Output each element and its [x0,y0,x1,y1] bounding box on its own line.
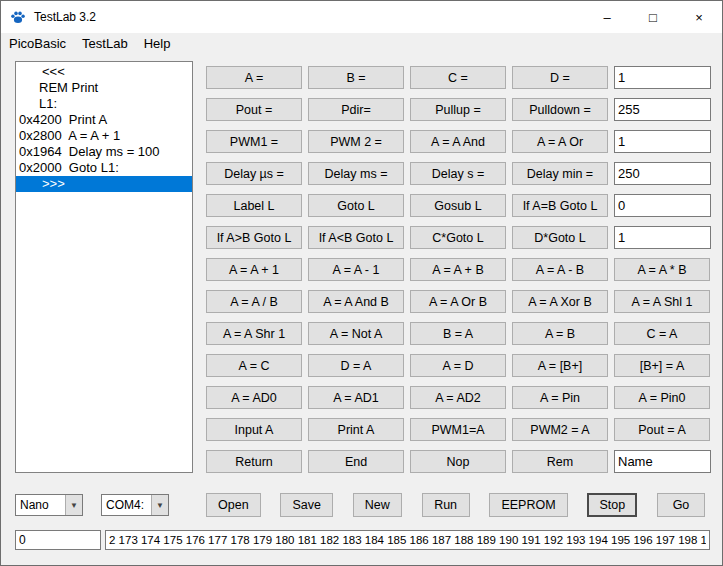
menu-testlab[interactable]: TestLab [74,33,136,55]
chevron-down-icon[interactable]: ▼ [151,495,168,515]
maximize-icon[interactable]: □ [630,1,676,33]
cmd-c-goto-l-button[interactable]: C*Goto L [410,226,506,249]
menu-picobasic[interactable]: PicoBasic [1,33,74,55]
cmd-a-a-1-button[interactable]: A = A + 1 [206,258,302,281]
cmd-rem-button[interactable]: Rem [512,450,608,473]
save-button[interactable]: Save [280,493,333,517]
titlebar: TestLab 3.2 – □ × [1,1,722,33]
cmd-a-pin-button[interactable]: A = Pin [512,386,608,409]
cmd-a-a-shr-1-button[interactable]: A = A Shr 1 [206,322,302,345]
cmd-a-d-button[interactable]: A = D [410,354,506,377]
new-button[interactable]: New [353,493,402,517]
open-button[interactable]: Open [206,493,261,517]
cmd-c-button[interactable]: C = [410,66,506,89]
app-window: TestLab 3.2 – □ × PicoBasicTestLabHelp <… [0,0,723,566]
cmd-a-a-xor-b-button[interactable]: A = A Xor B [512,290,608,313]
grid-row: A = AD0A = AD1A = AD2A = PinA = Pin0 [206,386,716,409]
cmd-gosub-l-button[interactable]: Gosub L [410,194,506,217]
cmd-a-a-shl-1-button[interactable]: A = A Shl 1 [614,290,710,313]
eeprom-button[interactable]: EEPROM [489,493,567,517]
param-field-row6[interactable] [614,226,711,249]
cmd-a-a-1-button[interactable]: A = A - 1 [308,258,404,281]
cmd-pout-a-button[interactable]: Pout = A [614,418,710,441]
cmd-a-a-and-button[interactable]: A = A And [410,130,506,153]
chevron-down-icon[interactable]: ▼ [65,495,82,515]
cmd-a-a-b-button[interactable]: A = A * B [614,258,710,281]
cmd-goto-l-button[interactable]: Goto L [308,194,404,217]
cmd-pulldown-button[interactable]: Pulldown = [512,98,608,121]
status-field[interactable] [15,530,101,550]
cmd-a-a-or-button[interactable]: A = A Or [512,130,608,153]
cmd-a-a-b-button[interactable]: A = A + B [410,258,506,281]
serial-data-field[interactable] [105,530,710,550]
port-combo[interactable]: COM4: ▼ [101,494,169,516]
grid-row: Delay µs =Delay ms =Delay s =Delay min = [206,162,716,185]
cmd-nop-button[interactable]: Nop [410,450,506,473]
cmd-b-a-button[interactable]: B = A [410,322,506,345]
cmd-end-button[interactable]: End [308,450,404,473]
cmd-return-button[interactable]: Return [206,450,302,473]
cmd-pout-button[interactable]: Pout = [206,98,302,121]
menubar: PicoBasicTestLabHelp [1,33,722,55]
cmd-a-ad2-button[interactable]: A = AD2 [410,386,506,409]
param-field-row5[interactable] [614,194,711,217]
cmd-a-pin0-button[interactable]: A = Pin0 [614,386,710,409]
listing-line[interactable]: 0x2800 A = A + 1 [16,128,192,144]
listing-line[interactable]: 0x2000 Goto L1: [16,160,192,176]
cmd-label-l-button[interactable]: Label L [206,194,302,217]
cmd-a-button[interactable]: A = [206,66,302,89]
cmd-a-a-and-b-button[interactable]: A = A And B [308,290,404,313]
menu-help[interactable]: Help [136,33,179,55]
cmd-pwm1-button[interactable]: PWM1 = [206,130,302,153]
param-field-row2[interactable] [614,98,711,121]
cmd-if-a-b-goto-l-button[interactable]: If A=B Goto L [512,194,608,217]
param-field-row4[interactable] [614,162,711,185]
cmd-a-a-or-b-button[interactable]: A = A Or B [410,290,506,313]
cmd-a-ad0-button[interactable]: A = AD0 [206,386,302,409]
cmd-input-a-button[interactable]: Input A [206,418,302,441]
program-listing[interactable]: <<<REM PrintL1:0x4200 Print A0x2800 A = … [15,61,193,473]
minimize-icon[interactable]: – [584,1,630,33]
param-field-row3[interactable] [614,130,711,153]
cmd-d-button[interactable]: D = [512,66,608,89]
listing-line[interactable]: >>> [16,176,192,192]
cmd-b-button[interactable]: B = [308,66,404,89]
cmd-pwm1-a-button[interactable]: PWM1=A [410,418,506,441]
cmd-delay-ms-button[interactable]: Delay ms = [308,162,404,185]
listing-line[interactable]: REM Print [16,80,192,96]
listing-line[interactable]: L1: [16,96,192,112]
cmd-b-a-button[interactable]: [B+] = A [614,354,710,377]
cmd-a-c-button[interactable]: A = C [206,354,302,377]
close-icon[interactable]: × [676,1,722,33]
cmd-delay-s-button[interactable]: Delay µs = [206,162,302,185]
go-button[interactable]: Go [657,493,705,517]
cmd-d-a-button[interactable]: D = A [308,354,404,377]
stop-button[interactable]: Stop [587,493,637,517]
cmd-print-a-button[interactable]: Print A [308,418,404,441]
cmd-d-goto-l-button[interactable]: D*Goto L [512,226,608,249]
cmd-if-a-b-goto-l-button[interactable]: If A<B Goto L [308,226,404,249]
listing-line[interactable]: 0x1964 Delay ms = 100 [16,144,192,160]
cmd-a-not-a-button[interactable]: A = Not A [308,322,404,345]
cmd-a-ad1-button[interactable]: A = AD1 [308,386,404,409]
cmd-delay-min-button[interactable]: Delay min = [512,162,608,185]
action-button-row: OpenSaveNewRunEEPROMStopGo [206,493,705,517]
listing-line[interactable]: <<< [16,64,192,80]
device-combo[interactable]: Nano ▼ [15,494,83,516]
cmd-a-b-button[interactable]: A = B [512,322,608,345]
cmd-pwm2-a-button[interactable]: PWM2 = A [512,418,608,441]
listing-line[interactable]: 0x4200 Print A [16,112,192,128]
cmd-a-a-b-button[interactable]: A = A - B [512,258,608,281]
cmd-pdir-button[interactable]: Pdir= [308,98,404,121]
grid-row: A = CD = AA = DA = [B+][B+] = A [206,354,716,377]
cmd-a-a-b-button[interactable]: A = A / B [206,290,302,313]
cmd-pwm-2-button[interactable]: PWM 2 = [308,130,404,153]
cmd-if-a-b-goto-l-button[interactable]: If A>B Goto L [206,226,302,249]
cmd-pullup-button[interactable]: Pullup = [410,98,506,121]
cmd-c-a-button[interactable]: C = A [614,322,710,345]
param-field-row1[interactable] [614,66,711,89]
cmd-a-b-button[interactable]: A = [B+] [512,354,608,377]
run-button[interactable]: Run [422,493,470,517]
param-field-row13[interactable] [614,450,711,473]
cmd-delay-s-button[interactable]: Delay s = [410,162,506,185]
